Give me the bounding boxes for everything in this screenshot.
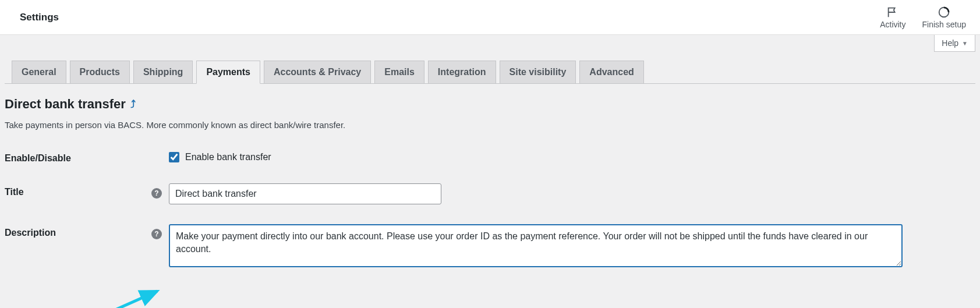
page-title: Settings <box>20 12 59 23</box>
form-row-description: Description ? <box>5 224 975 267</box>
annotation-arrow <box>99 285 169 308</box>
description-label: Description <box>5 228 56 238</box>
tab-payments[interactable]: Payments <box>196 61 260 84</box>
tab-general[interactable]: General <box>12 61 66 83</box>
tab-products[interactable]: Products <box>70 61 130 83</box>
form-row-title: Title ? <box>5 183 975 204</box>
help-tip-icon[interactable]: ? <box>151 229 162 239</box>
section: Direct bank transfer ⤴ Take payments in … <box>5 84 975 267</box>
tab-accounts-privacy[interactable]: Accounts & Privacy <box>264 61 371 83</box>
chevron-down-icon: ▼ <box>962 40 968 47</box>
section-heading-text: Direct bank transfer <box>5 97 126 112</box>
flag-icon <box>886 6 899 19</box>
help-wrap: Help ▼ <box>934 35 975 52</box>
enable-checkbox[interactable] <box>169 152 179 162</box>
title-input[interactable] <box>169 183 441 204</box>
progress-circle-icon <box>937 6 950 19</box>
activity-label: Activity <box>880 20 905 29</box>
enable-label: Enable/Disable <box>5 153 71 164</box>
tab-advanced[interactable]: Advanced <box>579 61 643 83</box>
form-row-enable: Enable/Disable Enable bank transfer <box>5 150 975 164</box>
back-link-icon[interactable]: ⤴ <box>130 98 136 111</box>
description-textarea[interactable] <box>169 224 903 267</box>
activity-button[interactable]: Activity <box>880 6 905 29</box>
top-bar-actions: Activity Finish setup <box>880 6 966 29</box>
form-table: Enable/Disable Enable bank transfer Titl… <box>5 150 975 267</box>
help-dropdown[interactable]: Help ▼ <box>934 35 975 52</box>
help-tip-icon[interactable]: ? <box>151 188 162 199</box>
body-area: Help ▼ GeneralProductsShippingPaymentsAc… <box>0 35 980 267</box>
finish-setup-label: Finish setup <box>922 20 966 29</box>
top-bar: Settings Activity Finish setup <box>0 0 980 35</box>
settings-tabs: GeneralProductsShippingPaymentsAccounts … <box>5 35 975 84</box>
svg-line-1 <box>105 291 157 308</box>
enable-checkbox-label: Enable bank transfer <box>185 152 271 162</box>
tab-site-visibility[interactable]: Site visibility <box>500 61 576 83</box>
section-description: Take payments in person via BACS. More c… <box>5 120 975 130</box>
enable-checkbox-wrap[interactable]: Enable bank transfer <box>169 150 271 162</box>
tab-emails[interactable]: Emails <box>374 61 424 83</box>
help-label: Help <box>942 38 958 48</box>
tab-shipping[interactable]: Shipping <box>133 61 193 83</box>
title-label: Title <box>5 187 24 197</box>
tab-integration[interactable]: Integration <box>428 61 496 83</box>
finish-setup-button[interactable]: Finish setup <box>922 6 966 29</box>
section-heading: Direct bank transfer ⤴ <box>5 97 975 112</box>
